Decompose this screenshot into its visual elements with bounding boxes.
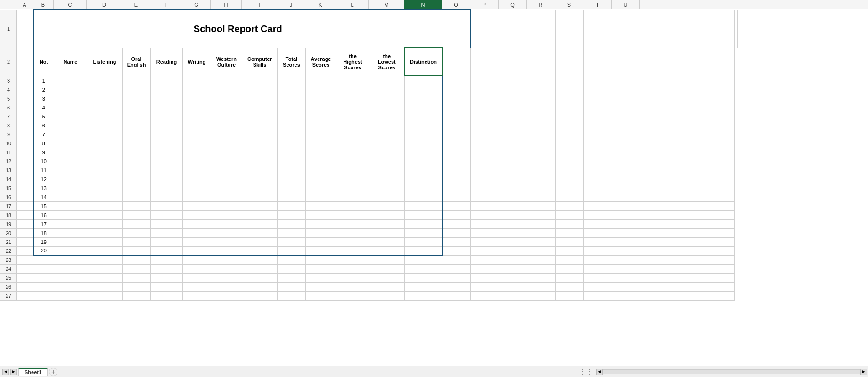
spreadsheet-table: 1 School Report Card (0, 9, 738, 301)
cell-O1[interactable] (471, 10, 499, 48)
row-2: 2 No. Name Listening OralEnglish (0, 48, 738, 76)
col-header-Q[interactable]: Q (499, 0, 527, 9)
row-16: 16 14 (0, 193, 738, 201)
cell-U1[interactable] (640, 10, 735, 48)
col-header-G[interactable]: G (182, 0, 211, 9)
row-15: 15 13 (0, 184, 738, 193)
cell-S2[interactable] (556, 48, 584, 76)
cell-G2-writing[interactable]: Writing (183, 48, 211, 76)
cell-U2[interactable] (612, 48, 640, 76)
cell-rest1 (735, 10, 738, 48)
cell-N2-distinction[interactable]: Distinction (405, 48, 442, 76)
scroll-track[interactable] (603, 369, 860, 374)
row-num-2: 2 (0, 48, 17, 76)
cell-rest2 (640, 48, 735, 76)
row-9: 9 7 (0, 130, 738, 139)
col-header-L[interactable]: L (336, 0, 369, 9)
col-header-A[interactable]: A (16, 0, 33, 9)
cell-C2-name[interactable]: Name (54, 48, 87, 76)
col-header-rest (640, 0, 868, 9)
row-4: 4 2 (0, 85, 738, 94)
cell-K2-average[interactable]: AverageScores (306, 48, 336, 76)
row-10: 10 8 (0, 139, 738, 148)
cell-D2-listening[interactable]: Listening (87, 48, 123, 76)
corner-cell (0, 0, 16, 9)
col-header-U[interactable]: U (612, 0, 640, 9)
bottom-bar: ◄ ► Sheet1 + ⋮⋮ ◄ ► (0, 366, 868, 377)
cell-N1[interactable] (442, 10, 471, 48)
row-18: 18 16 (0, 210, 738, 219)
cell-Q2[interactable] (499, 48, 527, 76)
cell-R1[interactable] (556, 10, 584, 48)
col-header-B[interactable]: B (33, 0, 54, 9)
cell-P1[interactable] (499, 10, 527, 48)
row-17: 17 15 (0, 201, 738, 210)
row-3: 3 1 (0, 76, 738, 85)
row-19: 19 17 (0, 219, 738, 228)
cell-I2-computer[interactable]: ComputerSkills (242, 48, 278, 76)
col-header-K[interactable]: K (305, 0, 336, 9)
cell-H2-western[interactable]: WesternOulture (211, 48, 242, 76)
cell-T1[interactable] (612, 10, 640, 48)
cell-F2-reading[interactable]: Reading (151, 48, 183, 76)
grid-scroll-area[interactable]: 1 School Report Card (0, 9, 868, 366)
cell-T2[interactable] (584, 48, 612, 76)
cell-A1[interactable] (17, 10, 33, 48)
row-5: 5 3 (0, 94, 738, 103)
row-7: 7 5 (0, 112, 738, 121)
row-26: 26 (0, 282, 738, 291)
cell-P2[interactable] (471, 48, 499, 76)
spreadsheet-app: A B C D E F G H I J K L M N O P Q R S T … (0, 0, 868, 377)
row-24: 24 (0, 264, 738, 273)
scroll-right-arrow[interactable]: ► (860, 369, 867, 375)
horizontal-scrollbar: ◄ ► (595, 366, 868, 377)
col-header-O[interactable]: O (442, 0, 470, 9)
cell-B3[interactable]: 1 (33, 76, 54, 85)
row-20: 20 18 (0, 228, 738, 237)
cell-A2[interactable] (17, 48, 33, 76)
row-27: 27 (0, 291, 738, 300)
col-header-S[interactable]: S (555, 0, 583, 9)
cell-J2-total[interactable]: TotalScores (278, 48, 306, 76)
row-23: 23 (0, 255, 738, 264)
row-1: 1 School Report Card (0, 10, 738, 48)
row-22: 22 20 (0, 246, 738, 255)
row-13: 13 11 (0, 166, 738, 175)
sheet-options-icon[interactable]: ⋮⋮ (579, 368, 592, 376)
col-header-N[interactable]: N (404, 0, 442, 9)
col-header-P[interactable]: P (470, 0, 499, 9)
row-6: 6 4 (0, 103, 738, 112)
col-header-C[interactable]: C (54, 0, 87, 9)
cell-L2-highest[interactable]: theHighestScores (336, 48, 369, 76)
cell-Q1[interactable] (527, 10, 556, 48)
grid-wrapper: 1 School Report Card (0, 9, 868, 366)
tab-nav-left-arrow[interactable]: ◄ (2, 369, 9, 375)
col-header-M[interactable]: M (369, 0, 404, 9)
row-14: 14 12 (0, 175, 738, 184)
col-header-R[interactable]: R (527, 0, 555, 9)
tab-nav-right-arrow[interactable]: ► (10, 369, 17, 375)
scroll-left-arrow[interactable]: ◄ (596, 369, 603, 375)
cell-M2-lowest[interactable]: theLowestScores (369, 48, 405, 76)
cell-O2[interactable] (442, 48, 471, 76)
cell-B2-no[interactable]: No. (33, 48, 54, 76)
cell-S1[interactable] (584, 10, 612, 48)
col-header-F[interactable]: F (150, 0, 182, 9)
sheet-tab-1[interactable]: Sheet1 (18, 368, 48, 376)
row-12: 12 10 (0, 157, 738, 166)
column-headers: A B C D E F G H I J K L M N O P Q R S T … (0, 0, 868, 9)
add-sheet-button[interactable]: + (49, 368, 57, 376)
row-8: 8 6 (0, 121, 738, 130)
cell-R2[interactable] (527, 48, 556, 76)
tab-section: ◄ ► Sheet1 + ⋮⋮ (0, 368, 595, 376)
cell-title[interactable]: School Report Card (33, 10, 442, 48)
row-num-1: 1 (0, 10, 17, 48)
cell-E2-oral[interactable]: OralEnglish (123, 48, 151, 76)
col-header-J[interactable]: J (277, 0, 305, 9)
row-21: 21 19 (0, 237, 738, 246)
col-header-T[interactable]: T (583, 0, 612, 9)
col-header-E[interactable]: E (122, 0, 150, 9)
col-header-I[interactable]: I (242, 0, 277, 9)
col-header-H[interactable]: H (211, 0, 242, 9)
col-header-D[interactable]: D (87, 0, 122, 9)
